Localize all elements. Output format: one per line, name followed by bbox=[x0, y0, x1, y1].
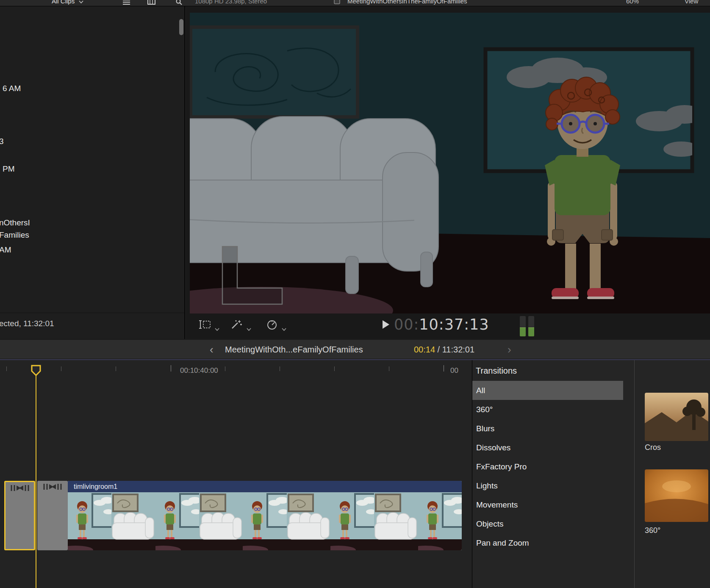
transition-icon bbox=[11, 485, 29, 493]
timecode-value: 10:37:13 bbox=[419, 316, 489, 333]
filmstrip-frame bbox=[155, 492, 199, 550]
play-icon bbox=[382, 320, 390, 329]
time-separator: / bbox=[435, 345, 442, 354]
clip-format-info: 1080p HD 23.98p, Stereo bbox=[195, 0, 267, 6]
playhead-line[interactable] bbox=[36, 376, 36, 588]
clip-time-label[interactable]: 6 AM bbox=[3, 84, 21, 93]
transitions-category-movements[interactable]: Movements bbox=[472, 495, 623, 514]
wall-picture bbox=[191, 27, 358, 117]
eye-right bbox=[594, 122, 597, 125]
transitions-category-lights[interactable]: Lights bbox=[472, 476, 623, 495]
transition-icon bbox=[43, 483, 62, 492]
clip-name-label[interactable]: Families bbox=[0, 230, 29, 240]
transition-clip[interactable] bbox=[37, 481, 68, 550]
viewer-canvas bbox=[190, 13, 710, 313]
browser-status-text: ected, 11:32:01 bbox=[0, 319, 54, 328]
eye-left bbox=[569, 122, 572, 125]
viewer-control-bar: 00:10:37:13 bbox=[186, 314, 710, 339]
transitions-browser: Transitions All360°BlursDissolvesFxFacto… bbox=[472, 360, 710, 588]
chevron-down-icon bbox=[79, 0, 83, 3]
timecode-display[interactable]: 00:10:37:13 bbox=[394, 316, 489, 333]
transition-thumb-label: Cros bbox=[645, 443, 661, 452]
forward-chevron[interactable]: › bbox=[508, 343, 511, 356]
speedometer-icon bbox=[266, 319, 277, 330]
transitions-panel-title: Transitions bbox=[476, 366, 517, 376]
top-toolbar: All Clips 1080p HD 23.98p, Stereo Meetin… bbox=[0, 0, 710, 6]
video-clip-timlivingroom1[interactable]: timlivingroom1 bbox=[68, 481, 462, 550]
play-button[interactable] bbox=[382, 320, 390, 329]
clip-time-label[interactable]: PM bbox=[3, 164, 15, 174]
tools-dropdown[interactable] bbox=[199, 319, 221, 332]
transitions-category-blurs[interactable]: Blurs bbox=[472, 419, 623, 438]
filmstrip-frame bbox=[418, 492, 462, 550]
timecode-hours: 00: bbox=[394, 316, 419, 333]
transitions-category-fxfactory-pro[interactable]: FxFactory Pro bbox=[472, 457, 623, 476]
timeline-ruler[interactable]: 00:10:40:00 00 bbox=[0, 360, 472, 375]
range-tool-icon bbox=[199, 319, 211, 330]
clip-title-bar: timlivingroom1 bbox=[68, 481, 462, 492]
ruler-tick bbox=[116, 366, 116, 371]
ruler-tick bbox=[444, 365, 444, 372]
project-duration: 00:14 / 11:32:01 bbox=[414, 345, 474, 355]
view-menu[interactable]: View bbox=[685, 0, 698, 6]
ruler-timecode-label: 00:10:40:00 bbox=[180, 366, 218, 375]
transition-thumb-360[interactable] bbox=[645, 469, 708, 522]
clip-filmstrip bbox=[68, 492, 462, 550]
chevron-down-icon bbox=[282, 328, 286, 331]
audio-meters[interactable] bbox=[520, 316, 534, 336]
viewer-project-title: MeetingWithOthersInTheFamilyOfFamilies bbox=[347, 0, 467, 6]
transitions-category-360-[interactable]: 360° bbox=[472, 400, 623, 419]
ruler-tick bbox=[171, 365, 171, 372]
transition-thumb-cross-dissolve[interactable] bbox=[645, 393, 708, 441]
filmstrip-frame bbox=[287, 492, 330, 550]
project-icon bbox=[334, 0, 340, 6]
timeline[interactable]: 00:10:40:00 00 bbox=[0, 360, 472, 588]
transitions-category-dissolves[interactable]: Dissolves bbox=[472, 438, 623, 457]
search-icon[interactable] bbox=[176, 0, 182, 6]
filmstrip-frame bbox=[330, 492, 374, 550]
transitions-category-pan-and-zoom[interactable]: Pan and Zoom bbox=[472, 533, 623, 552]
browser-status-bar: ected, 11:32:01 bbox=[0, 313, 184, 339]
timeline-project-title[interactable]: MeetingWithOth...eFamilyOfFamilies bbox=[225, 345, 363, 355]
chevron-down-icon bbox=[247, 328, 251, 331]
transitions-category-objects[interactable]: Objects bbox=[472, 514, 623, 533]
ruler-tick bbox=[280, 366, 280, 371]
ruler-timecode-label-partial: 00 bbox=[450, 366, 458, 375]
shirt bbox=[545, 155, 620, 215]
panel-divider bbox=[634, 360, 635, 588]
audio-meter-left bbox=[520, 316, 526, 336]
enhancements-dropdown[interactable] bbox=[230, 319, 252, 332]
ruler-tick bbox=[389, 366, 389, 371]
filmstrip-frame bbox=[111, 492, 155, 550]
event-browser: 0 AM 6 AM 3 PM nOthersI Families AM ecte… bbox=[0, 0, 185, 339]
filmstrip-frame bbox=[243, 492, 286, 550]
browser-scrollbar[interactable] bbox=[179, 19, 183, 35]
transitions-category-list: All360°BlursDissolvesFxFactory ProLights… bbox=[472, 381, 623, 552]
list-view-icon[interactable] bbox=[123, 0, 130, 6]
ruler-tick bbox=[6, 366, 7, 371]
transitions-category-all[interactable]: All bbox=[472, 381, 623, 400]
clip-name-label[interactable]: nOthersI bbox=[0, 218, 30, 227]
filmstrip-frame bbox=[374, 492, 418, 550]
chevron-down-icon bbox=[215, 328, 219, 331]
back-chevron[interactable]: ‹ bbox=[210, 343, 214, 356]
timeline-header-bar: ‹ MeetingWithOth...eFamilyOfFamilies 00:… bbox=[0, 339, 710, 359]
transition-clip-selected[interactable] bbox=[4, 481, 35, 550]
retime-dropdown[interactable] bbox=[266, 319, 288, 332]
clip-time-label[interactable]: 3 bbox=[0, 137, 4, 146]
clip-time-label[interactable]: AM bbox=[0, 245, 11, 255]
total-duration: 11:32:01 bbox=[442, 345, 474, 354]
ruler-tick bbox=[61, 366, 61, 371]
final-cut-pro-window: All Clips 1080p HD 23.98p, Stereo Meetin… bbox=[0, 0, 710, 588]
playhead-handle[interactable] bbox=[31, 365, 42, 377]
transition-thumb-label: 360° bbox=[645, 526, 660, 535]
all-clips-dropdown[interactable]: All Clips bbox=[52, 0, 83, 6]
filmstrip-frame bbox=[199, 492, 243, 550]
ruler-tick bbox=[225, 366, 225, 371]
filmstrip-view-icon[interactable] bbox=[147, 0, 155, 6]
filmstrip-frame bbox=[68, 492, 111, 550]
audio-meter-right bbox=[528, 316, 534, 336]
viewer-zoom-level[interactable]: 60% bbox=[626, 0, 639, 6]
ruler-tick bbox=[334, 366, 335, 371]
clip-name: timlivingroom1 bbox=[74, 483, 117, 490]
